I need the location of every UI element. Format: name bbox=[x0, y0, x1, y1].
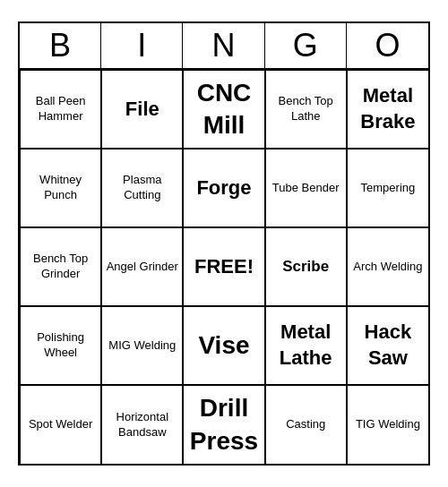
bingo-cell: Spot Welder bbox=[20, 385, 101, 464]
bingo-cell: Metal Brake bbox=[347, 70, 428, 149]
bingo-cell: Hack Saw bbox=[347, 306, 428, 385]
bingo-grid: Ball Peen HammerFileCNC MillBench Top La… bbox=[20, 70, 428, 464]
header-letter: N bbox=[183, 23, 264, 68]
bingo-cell: MIG Welding bbox=[101, 306, 183, 385]
bingo-cell: Ball Peen Hammer bbox=[20, 70, 101, 149]
bingo-cell: Casting bbox=[265, 385, 347, 464]
bingo-card: BINGO Ball Peen HammerFileCNC MillBench … bbox=[18, 21, 430, 466]
header-letter: I bbox=[101, 23, 183, 68]
bingo-cell: Angel Grinder bbox=[101, 227, 183, 306]
header-letter: B bbox=[20, 23, 101, 68]
bingo-cell: Vise bbox=[183, 306, 264, 385]
bingo-cell: Bench Top Grinder bbox=[20, 227, 101, 306]
bingo-cell: Tempering bbox=[347, 149, 428, 227]
bingo-cell: Plasma Cutting bbox=[101, 149, 183, 227]
header-letter: G bbox=[265, 23, 347, 68]
bingo-cell: Horizontal Bandsaw bbox=[101, 385, 183, 464]
bingo-cell: Bench Top Lathe bbox=[265, 70, 347, 149]
bingo-cell: Arch Welding bbox=[347, 227, 428, 306]
bingo-cell: FREE! bbox=[183, 227, 264, 306]
bingo-header: BINGO bbox=[20, 23, 428, 70]
bingo-cell: Scribe bbox=[265, 227, 347, 306]
bingo-cell: Drill Press bbox=[183, 385, 264, 464]
bingo-cell: Whitney Punch bbox=[20, 149, 101, 227]
bingo-cell: Forge bbox=[183, 149, 264, 227]
bingo-cell: Tube Bender bbox=[265, 149, 347, 227]
bingo-cell: Metal Lathe bbox=[265, 306, 347, 385]
header-letter: O bbox=[347, 23, 428, 68]
bingo-cell: Polishing Wheel bbox=[20, 306, 101, 385]
bingo-cell: TIG Welding bbox=[347, 385, 428, 464]
bingo-cell: CNC Mill bbox=[183, 70, 264, 149]
bingo-cell: File bbox=[101, 70, 183, 149]
